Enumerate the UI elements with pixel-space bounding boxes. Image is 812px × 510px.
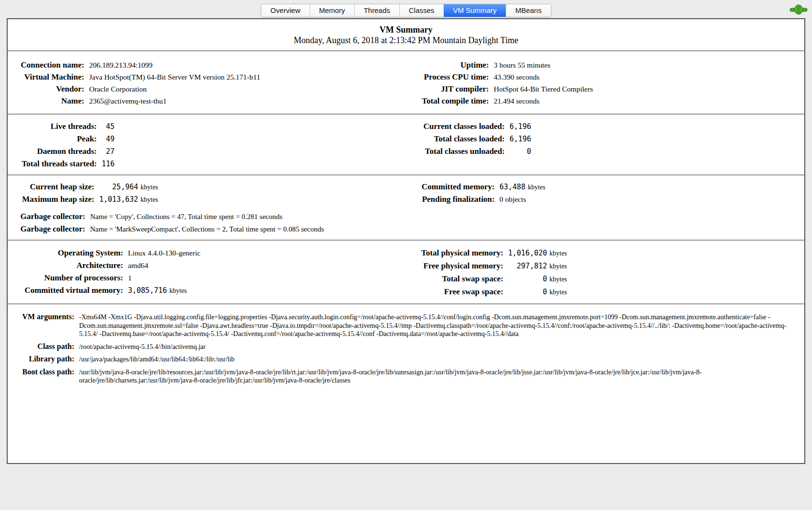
field-total-swap-space: Total swap space: 0kbytes	[406, 273, 804, 286]
field-daemon-threads: Daemon threads: 27	[8, 145, 406, 158]
tab-memory[interactable]: Memory	[310, 4, 355, 17]
field-free-physical-memory: Free physical memory: 297,812kbytes	[406, 260, 804, 273]
field-maximum-heap-size: Maximum heap size: 1,013,632kbytes	[8, 193, 406, 206]
field-vm-arguments: VM arguments: -Xms64M -Xmx1G -Djava.util…	[8, 313, 804, 338]
field-label: Maximum heap size:	[8, 193, 94, 205]
field-value-number: 297,812	[508, 260, 547, 272]
field-value: 3 hours 55 minutes	[489, 59, 550, 71]
field-value-number: 0	[510, 146, 531, 158]
field-garbage-collector-marksweep: Garbage collector: Name = 'MarkSweepComp…	[8, 223, 804, 235]
field-peak-threads: Peak: 49	[8, 133, 406, 145]
field-value-number: 116	[102, 158, 115, 170]
field-value: Name = 'Copy', Collections = 47, Total t…	[85, 210, 282, 223]
section-heap-memory: Current heap size: 25,964kbytes Maximum …	[8, 176, 804, 208]
field-label: Virtual Machine:	[8, 71, 84, 83]
field-label: Pending finalization:	[406, 193, 495, 205]
field-unit: kbytes	[169, 287, 187, 294]
field-unit: kbytes	[140, 196, 158, 203]
field-process-cpu-time: Process CPU time: 43.390 seconds	[406, 71, 804, 83]
field-value: Java HotSpot(TM) 64-Bit Server VM versio…	[84, 71, 260, 83]
garbage-collector-rows: Garbage collector: Name = 'Copy', Collec…	[8, 208, 804, 240]
field-label: Garbage collector:	[8, 210, 85, 223]
field-value-number: 27	[102, 146, 115, 158]
field-label: Operating System:	[8, 247, 123, 259]
field-value: HotSpot 64-Bit Tiered Compilers	[489, 83, 593, 95]
field-label: Live threads:	[8, 120, 97, 132]
field-total-compile-time: Total compile time: 21.494 seconds	[406, 95, 804, 107]
field-value: Linux 4.4.0-130-generic	[123, 247, 200, 259]
field-label: Library path:	[8, 355, 74, 363]
field-operating-system: Operating System: Linux 4.4.0-130-generi…	[8, 247, 406, 259]
field-committed-memory: Committed memory: 63,488kbytes	[406, 181, 804, 193]
field-label: Total threads started:	[8, 158, 97, 170]
field-current-heap-size: Current heap size: 25,964kbytes	[8, 181, 406, 193]
field-committed-virtual-memory: Committed virtual memory: 3,085,716kbyte…	[8, 284, 406, 297]
page-title: VM Summary	[8, 24, 804, 35]
field-value: /usr/java/packages/lib/amd64:/usr/lib64:…	[74, 355, 804, 364]
tab-overview[interactable]: Overview	[261, 4, 310, 17]
field-label: Committed memory:	[406, 181, 495, 193]
field-value-number: 3,085,716	[128, 284, 167, 297]
field-label: Total classes loaded:	[406, 133, 505, 145]
field-label: Total physical memory:	[406, 247, 503, 259]
field-total-physical-memory: Total physical memory: 1,016,020kbytes	[406, 247, 804, 260]
vm-info-left: Connection name: 206.189.213.94:1099 Vir…	[8, 59, 406, 107]
field-label: Peak:	[8, 133, 97, 145]
field-label: Connection name:	[8, 59, 84, 71]
field-virtual-machine: Virtual Machine: Java HotSpot(TM) 64-Bit…	[8, 71, 406, 83]
field-current-classes-loaded: Current classes loaded: 6,196	[406, 120, 804, 133]
section-paths: VM arguments: -Xms64M -Xmx1G -Djava.util…	[8, 305, 804, 394]
field-total-threads-started: Total threads started: 116	[8, 158, 406, 170]
field-unit: kbytes	[549, 276, 567, 283]
section-operating-system: Operating System: Linux 4.4.0-130-generi…	[8, 241, 804, 303]
field-label: VM arguments:	[8, 313, 74, 321]
field-unit: kbytes	[549, 263, 567, 270]
field-label: Committed virtual memory:	[8, 284, 123, 297]
field-label: Boot class path:	[8, 368, 74, 376]
field-value: 206.189.213.94:1099	[84, 59, 152, 71]
os-column: Operating System: Linux 4.4.0-130-generi…	[8, 247, 406, 299]
field-value: Name = 'MarkSweepCompact', Collections =…	[85, 223, 324, 235]
field-value: 43.390 seconds	[489, 71, 540, 83]
field-label: Name:	[8, 95, 84, 107]
field-class-path: Class path: /root/apache-activemq-5.15.4…	[8, 342, 804, 351]
field-connection-name: Connection name: 206.189.213.94:1099	[8, 59, 406, 71]
field-value-number: 1,013,632	[99, 194, 138, 206]
field-label: Free swap space:	[406, 286, 503, 298]
field-value: Oracle Corporation	[84, 83, 147, 95]
tab-threads[interactable]: Threads	[355, 4, 400, 17]
field-value-number: 0	[508, 273, 547, 285]
field-label: Class path:	[8, 342, 74, 351]
field-value: amd64	[123, 259, 148, 272]
field-value: /usr/lib/jvm/java-8-oracle/jre/lib/resou…	[74, 368, 804, 385]
field-unit: kbytes	[549, 289, 567, 296]
field-label: JIT compiler:	[406, 83, 489, 95]
physical-memory-column: Total physical memory: 1,016,020kbytes F…	[406, 247, 804, 299]
classes-column: Current classes loaded: 6,196 Total clas…	[406, 120, 804, 170]
field-label: Free physical memory:	[406, 260, 503, 272]
field-value: 1	[123, 272, 132, 284]
field-label: Architecture:	[8, 259, 123, 272]
timestamp: Monday, August 6, 2018 at 2:13:42 PM Mou…	[8, 35, 804, 46]
field-unit: kbytes	[140, 184, 158, 191]
field-boot-class-path: Boot class path: /usr/lib/jvm/java-8-ora…	[8, 368, 804, 385]
threads-column: Live threads: 45 Peak: 49 Daemon threads…	[8, 120, 406, 170]
tab-vm-summary[interactable]: VM Summary	[444, 4, 506, 17]
field-label: Total compile time:	[406, 95, 489, 107]
field-unit: kbytes	[549, 250, 567, 257]
field-value: 0 objects	[495, 193, 526, 205]
tab-mbeans[interactable]: MBeans	[506, 4, 551, 17]
section-vm-info: Connection name: 206.189.213.94:1099 Vir…	[8, 52, 804, 114]
field-label: Total classes unloaded:	[406, 145, 505, 157]
vm-summary-panel: VM Summary Monday, August 6, 2018 at 2:1…	[7, 18, 805, 464]
tab-classes[interactable]: Classes	[400, 4, 444, 17]
tab-bar: Overview Memory Threads Classes VM Summa…	[0, 0, 812, 16]
field-label: Total swap space:	[406, 273, 503, 285]
field-label: Current classes loaded:	[406, 120, 505, 132]
field-value-number: 25,964	[99, 181, 138, 193]
field-library-path: Library path: /usr/java/packages/lib/amd…	[8, 355, 804, 364]
field-value: -Xms64M -Xmx1G -Djava.util.logging.confi…	[74, 313, 804, 338]
heap-column: Current heap size: 25,964kbytes Maximum …	[8, 181, 406, 206]
field-value: 21.494 seconds	[489, 95, 540, 107]
tab-group: Overview Memory Threads Classes VM Summa…	[261, 4, 551, 17]
